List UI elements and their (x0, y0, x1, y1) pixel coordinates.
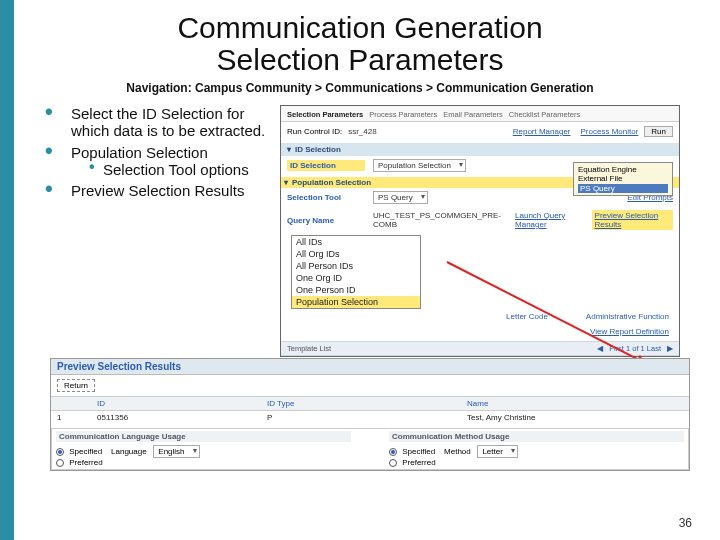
cell-num: 1 (51, 411, 91, 424)
accent-bar (0, 0, 14, 540)
query-name-label: Query Name (287, 216, 365, 225)
launch-query-manager-link[interactable]: Launch Query Manager (515, 211, 584, 229)
return-button[interactable]: Return (57, 379, 95, 392)
tab-selection-parameters[interactable]: Selection Parameters (287, 110, 363, 119)
method-usage: Communication Method Usage Specified Met… (385, 429, 688, 469)
language-usage-title: Communication Language Usage (56, 431, 351, 442)
page-number: 36 (679, 516, 692, 530)
preview-selection-results-link[interactable]: Preview Selection Results (592, 210, 673, 230)
tip-line-2: External File (578, 174, 668, 183)
col-name: Name (461, 397, 689, 410)
cell-id: 0511356 (91, 411, 261, 424)
preferred-label: Preferred (69, 458, 102, 467)
title-line2: Selection Parameters (217, 43, 504, 76)
collapse-icon[interactable]: ▾ (284, 178, 288, 187)
radio-specified-lang[interactable] (56, 448, 64, 456)
method-label: Method (444, 447, 471, 456)
grid-nav-icon[interactable]: ◀ (597, 344, 603, 353)
run-control-value: ssr_428 (348, 127, 376, 136)
run-control-label: Run Control ID: (287, 127, 342, 136)
list-item[interactable]: All Person IDs (292, 260, 420, 272)
grid-nav-icon[interactable]: ▶ (667, 344, 673, 353)
id-selection-option-list[interactable]: All IDs All Org IDs All Person IDs One O… (291, 235, 421, 309)
bullet-2: Population Selection Selection Tool opti… (55, 144, 280, 179)
radio-preferred-lang[interactable] (56, 459, 64, 467)
tip-line-1: Equation Engine (578, 165, 668, 174)
method-usage-title: Communication Method Usage (389, 431, 684, 442)
results-header-row: ID ID Type Name (51, 396, 689, 411)
list-item[interactable]: One Person ID (292, 284, 420, 296)
list-item[interactable]: One Org ID (292, 272, 420, 284)
list-item[interactable]: All Org IDs (292, 248, 420, 260)
tab-process-parameters[interactable]: Process Parameters (369, 110, 437, 119)
id-selection-tooltip: Equation Engine External File PS Query (573, 162, 673, 196)
tab-email-parameters[interactable]: Email Parameters (443, 110, 503, 119)
id-selection-header: ▾ ID Selection (281, 143, 679, 156)
population-selection-header-text: Population Selection (292, 178, 371, 187)
radio-specified-method[interactable] (389, 448, 397, 456)
process-monitor-link[interactable]: Process Monitor (581, 127, 639, 136)
cell-name: Test, Amy Christine (461, 411, 689, 424)
run-button[interactable]: Run (644, 126, 673, 137)
col-id-type: ID Type (261, 397, 461, 410)
letter-code-label: Letter Code (506, 312, 548, 321)
tip-line-3: PS Query (578, 184, 668, 193)
app-screenshot: Selection Parameters Process Parameters … (280, 105, 680, 357)
specified-label: Specified (69, 447, 102, 456)
specified-label: Specified (402, 447, 435, 456)
admin-function-label: Administrative Function (586, 312, 669, 321)
collapse-icon[interactable]: ▾ (287, 145, 291, 154)
preview-results-title: Preview Selection Results (51, 359, 689, 375)
bullet-1: Select the ID Selection for which data i… (55, 105, 280, 140)
col-id: ID (91, 397, 261, 410)
id-selection-label: ID Selection (287, 160, 365, 171)
language-dropdown[interactable]: English (153, 445, 199, 458)
title-line1: Communication Generation (177, 11, 542, 44)
table-row: 1 0511356 P Test, Amy Christine (51, 411, 689, 424)
id-selection-header-text: ID Selection (295, 145, 341, 154)
preview-results-panel: Preview Selection Results Return ID ID T… (50, 358, 690, 471)
id-selection-dropdown[interactable]: Population Selection (373, 159, 466, 172)
report-manager-link[interactable]: Report Manager (513, 127, 571, 136)
cell-type: P (261, 411, 461, 424)
language-label: Language (111, 447, 147, 456)
list-item-selected[interactable]: Population Selection (292, 296, 420, 308)
bullet-2-sub: Selection Tool options (89, 161, 280, 178)
bullet-list: Select the ID Selection for which data i… (55, 105, 280, 203)
tab-checklist-parameters[interactable]: Checklist Parameters (509, 110, 580, 119)
selection-tool-label: Selection Tool (287, 193, 365, 202)
query-name-value: UHC_TEST_PS_COMMGEN_PRE-COMB (373, 211, 501, 229)
tab-strip: Selection Parameters Process Parameters … (281, 106, 679, 122)
radio-preferred-method[interactable] (389, 459, 397, 467)
view-report-definition-link[interactable]: View Report Definition (590, 327, 669, 336)
slide-title: Communication Generation Selection Param… (0, 12, 720, 75)
method-dropdown[interactable]: Letter (477, 445, 517, 458)
navigation-breadcrumb: Navigation: Campus Community > Communica… (0, 81, 720, 95)
language-usage: Communication Language Usage Specified L… (52, 429, 355, 469)
list-item[interactable]: All IDs (292, 236, 420, 248)
bullet-3: Preview Selection Results (55, 182, 280, 199)
col-blank (51, 397, 91, 410)
selection-tool-dropdown[interactable]: PS Query (373, 191, 428, 204)
preferred-label: Preferred (402, 458, 435, 467)
template-list-label: Template List (287, 344, 331, 353)
